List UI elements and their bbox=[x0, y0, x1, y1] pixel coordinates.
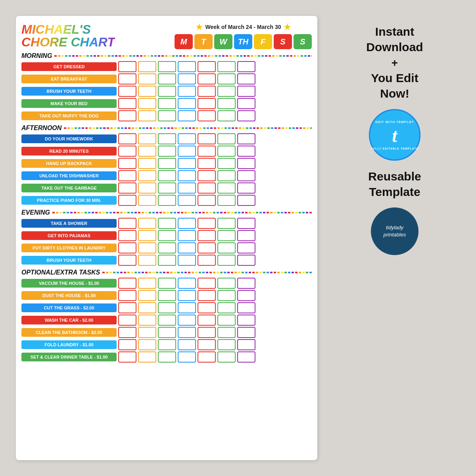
check-cell[interactable] bbox=[217, 327, 236, 338]
check-cell[interactable] bbox=[158, 230, 176, 241]
check-cell[interactable] bbox=[237, 182, 255, 194]
check-cell[interactable] bbox=[138, 98, 156, 109]
check-cell[interactable] bbox=[138, 170, 156, 181]
check-cell[interactable] bbox=[158, 86, 176, 97]
check-cell[interactable] bbox=[237, 351, 255, 363]
check-cell[interactable] bbox=[198, 170, 216, 181]
check-cell[interactable] bbox=[158, 182, 176, 194]
check-cell[interactable] bbox=[217, 61, 236, 72]
check-cell[interactable] bbox=[158, 110, 176, 121]
check-cell[interactable] bbox=[138, 255, 156, 266]
check-cell[interactable] bbox=[198, 255, 216, 266]
check-cell[interactable] bbox=[198, 327, 216, 338]
check-cell[interactable] bbox=[237, 242, 255, 253]
check-cell[interactable] bbox=[178, 170, 196, 181]
check-cell[interactable] bbox=[217, 218, 236, 229]
check-cell[interactable] bbox=[138, 278, 156, 289]
check-cell[interactable] bbox=[178, 73, 196, 84]
check-cell[interactable] bbox=[198, 339, 216, 350]
check-cell[interactable] bbox=[237, 327, 255, 338]
check-cell[interactable] bbox=[158, 278, 176, 289]
check-cell[interactable] bbox=[237, 255, 255, 266]
check-cell[interactable] bbox=[118, 182, 136, 194]
check-cell[interactable] bbox=[237, 195, 255, 206]
check-cell[interactable] bbox=[138, 315, 156, 326]
check-cell[interactable] bbox=[217, 170, 236, 181]
check-cell[interactable] bbox=[178, 218, 196, 229]
check-cell[interactable] bbox=[217, 339, 236, 350]
check-cell[interactable] bbox=[217, 182, 236, 194]
check-cell[interactable] bbox=[178, 182, 196, 194]
check-cell[interactable] bbox=[138, 182, 156, 194]
check-cell[interactable] bbox=[138, 218, 156, 229]
check-cell[interactable] bbox=[237, 339, 255, 350]
check-cell[interactable] bbox=[158, 351, 176, 363]
check-cell[interactable] bbox=[237, 146, 255, 157]
check-cell[interactable] bbox=[237, 170, 255, 181]
check-cell[interactable] bbox=[217, 315, 236, 326]
check-cell[interactable] bbox=[118, 133, 136, 144]
check-cell[interactable] bbox=[158, 255, 176, 266]
check-cell[interactable] bbox=[237, 278, 255, 289]
check-cell[interactable] bbox=[138, 133, 156, 144]
check-cell[interactable] bbox=[198, 351, 216, 363]
check-cell[interactable] bbox=[138, 327, 156, 338]
check-cell[interactable] bbox=[118, 351, 136, 363]
check-cell[interactable] bbox=[138, 73, 156, 84]
check-cell[interactable] bbox=[118, 339, 136, 350]
check-cell[interactable] bbox=[198, 146, 216, 157]
check-cell[interactable] bbox=[138, 290, 156, 301]
check-cell[interactable] bbox=[158, 302, 176, 313]
check-cell[interactable] bbox=[198, 158, 216, 169]
check-cell[interactable] bbox=[118, 98, 136, 109]
check-cell[interactable] bbox=[198, 133, 216, 144]
check-cell[interactable] bbox=[237, 98, 255, 109]
check-cell[interactable] bbox=[178, 158, 196, 169]
check-cell[interactable] bbox=[198, 242, 216, 253]
check-cell[interactable] bbox=[198, 230, 216, 241]
check-cell[interactable] bbox=[118, 290, 136, 301]
check-cell[interactable] bbox=[237, 230, 255, 241]
check-cell[interactable] bbox=[138, 61, 156, 72]
check-cell[interactable] bbox=[118, 86, 136, 97]
check-cell[interactable] bbox=[158, 195, 176, 206]
check-cell[interactable] bbox=[178, 290, 196, 301]
check-cell[interactable] bbox=[158, 98, 176, 109]
check-cell[interactable] bbox=[217, 158, 236, 169]
check-cell[interactable] bbox=[237, 218, 255, 229]
check-cell[interactable] bbox=[118, 170, 136, 181]
check-cell[interactable] bbox=[217, 302, 236, 313]
check-cell[interactable] bbox=[118, 278, 136, 289]
check-cell[interactable] bbox=[198, 302, 216, 313]
check-cell[interactable] bbox=[118, 315, 136, 326]
check-cell[interactable] bbox=[198, 278, 216, 289]
check-cell[interactable] bbox=[158, 73, 176, 84]
check-cell[interactable] bbox=[178, 86, 196, 97]
check-cell[interactable] bbox=[217, 278, 236, 289]
check-cell[interactable] bbox=[118, 327, 136, 338]
check-cell[interactable] bbox=[217, 242, 236, 253]
check-cell[interactable] bbox=[158, 339, 176, 350]
check-cell[interactable] bbox=[178, 339, 196, 350]
check-cell[interactable] bbox=[158, 242, 176, 253]
check-cell[interactable] bbox=[178, 315, 196, 326]
check-cell[interactable] bbox=[118, 230, 136, 241]
check-cell[interactable] bbox=[217, 146, 236, 157]
check-cell[interactable] bbox=[217, 86, 236, 97]
check-cell[interactable] bbox=[217, 351, 236, 363]
check-cell[interactable] bbox=[178, 242, 196, 253]
check-cell[interactable] bbox=[178, 195, 196, 206]
check-cell[interactable] bbox=[118, 255, 136, 266]
check-cell[interactable] bbox=[118, 158, 136, 169]
check-cell[interactable] bbox=[158, 133, 176, 144]
check-cell[interactable] bbox=[198, 61, 216, 72]
check-cell[interactable] bbox=[217, 230, 236, 241]
check-cell[interactable] bbox=[158, 61, 176, 72]
check-cell[interactable] bbox=[158, 315, 176, 326]
check-cell[interactable] bbox=[178, 302, 196, 313]
check-cell[interactable] bbox=[198, 290, 216, 301]
check-cell[interactable] bbox=[138, 339, 156, 350]
check-cell[interactable] bbox=[118, 302, 136, 313]
check-cell[interactable] bbox=[178, 110, 196, 121]
check-cell[interactable] bbox=[178, 133, 196, 144]
